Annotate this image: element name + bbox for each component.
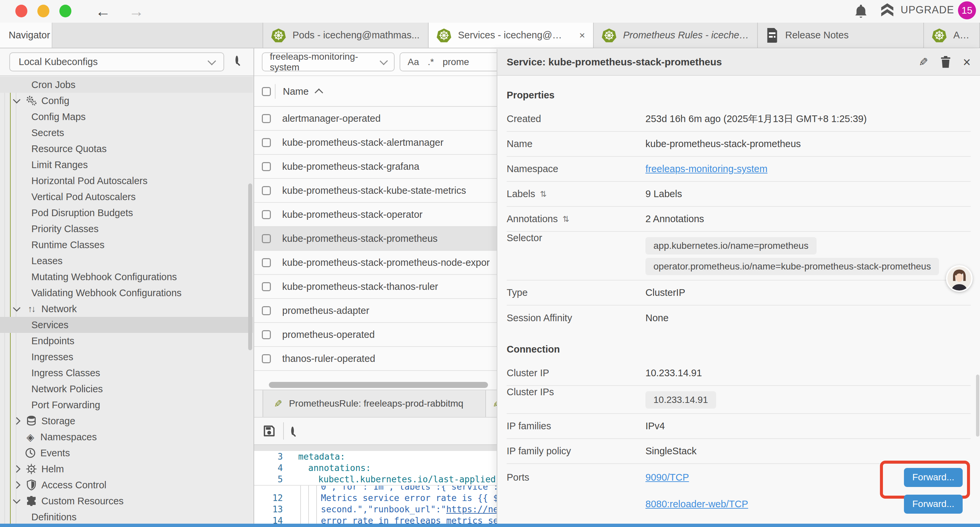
sidebar-item-network-policies[interactable]: Network Policies (0, 381, 253, 397)
sidebar-item-ingresses[interactable]: Ingresses (0, 349, 253, 365)
forward-button[interactable]: Forward... (904, 495, 963, 514)
row-checkbox[interactable] (262, 186, 271, 195)
table-row[interactable]: kube-prometheus-stack-alertmanager (254, 131, 497, 155)
editor-search-button[interactable] (291, 428, 294, 434)
horizontal-scrollbar[interactable] (269, 382, 488, 388)
delete-resource-icon[interactable] (940, 56, 951, 68)
table-row[interactable]: kube-prometheus-stack-prometheus-node-ex… (254, 251, 497, 275)
detail-scrollbar[interactable] (976, 374, 979, 436)
sidebar-item-namespaces[interactable]: ◈Namespaces (0, 429, 253, 445)
sidebar-search-icon[interactable] (235, 57, 238, 63)
table-row[interactable]: prometheus-adapter (254, 299, 497, 323)
table-row[interactable]: kube-prometheus-stack-prometheus (254, 227, 497, 251)
close-panel-icon[interactable]: × (963, 56, 970, 69)
chevron-right-icon[interactable] (13, 481, 21, 489)
sidebar-item-services[interactable]: Services (0, 317, 253, 333)
chevron-down-icon[interactable] (13, 96, 21, 104)
row-checkbox[interactable] (262, 234, 271, 243)
upgrade-button[interactable]: UPGRADE (880, 3, 954, 17)
namespace-select[interactable]: freeleaps-monitoring-system (262, 53, 395, 72)
table-row[interactable]: thanos-ruler-operated (254, 347, 497, 371)
maximize-window-button[interactable] (59, 5, 72, 18)
chevron-down-icon[interactable] (13, 304, 21, 312)
sidebar-item-network[interactable]: ↑↓Network (0, 301, 253, 317)
sidebar-item-secrets[interactable]: Secrets (0, 125, 253, 141)
user-avatar[interactable] (946, 265, 973, 292)
sidebar-item-limit-ranges[interactable]: Limit Ranges (0, 157, 253, 173)
sidebar-item-config[interactable]: Config (0, 93, 253, 109)
kubeconfig-select[interactable]: Local Kubeconfigs (10, 53, 224, 72)
namespace-link[interactable]: freeleaps-monitoring-system (646, 164, 767, 174)
yaml-editor[interactable]: 3metadata:4annotations:5kubectl.kubernet… (254, 451, 497, 527)
sidebar-item-ingress-classes[interactable]: Ingress Classes (0, 365, 253, 381)
sidebar-item-priority-classes[interactable]: Priority Classes (0, 221, 253, 237)
match-case-toggle[interactable]: Aa (407, 57, 419, 67)
chevron-down-icon[interactable] (13, 496, 21, 504)
sidebar-item-definitions[interactable]: Definitions (0, 509, 253, 525)
edit-resource-icon[interactable]: ✎ (919, 56, 928, 69)
sidebar-item-config-maps[interactable]: Config Maps (0, 109, 253, 125)
table-row[interactable]: kube-prometheus-stack-kube-state-metrics (254, 179, 497, 203)
detail-label: Type (507, 287, 646, 298)
code-url-link[interactable]: https://net (446, 504, 497, 514)
row-checkbox[interactable] (262, 330, 271, 339)
notification-count-badge[interactable]: 15 (958, 2, 976, 19)
row-checkbox[interactable] (262, 138, 271, 147)
minimize-window-button[interactable] (37, 5, 49, 18)
sidebar-item-events[interactable]: Events (0, 445, 253, 461)
search-input[interactable]: Aa .* prome (399, 53, 497, 72)
row-checkbox[interactable] (262, 210, 271, 219)
sidebar-item-helm[interactable]: Helm (0, 461, 253, 477)
row-checkbox[interactable] (262, 114, 271, 123)
select-all-checkbox[interactable] (262, 87, 271, 96)
row-checkbox[interactable] (262, 354, 271, 363)
sidebar-item-mutating-webhook-configurations[interactable]: Mutating Webhook Configurations (0, 269, 253, 285)
sidebar-item-validating-webhook-configurations[interactable]: Validating Webhook Configurations (0, 285, 253, 301)
navigator-panel-tab[interactable]: Navigator (0, 23, 52, 48)
sidebar-item-horizontal-pod-autoscalers[interactable]: Horizontal Pod Autoscalers (0, 173, 253, 189)
sidebar-item-storage[interactable]: Storage (0, 413, 253, 429)
tab-services-icecheng-math[interactable]: Services - icecheng@math...× (429, 23, 594, 48)
table-row[interactable]: kube-prometheus-stack-thanos-ruler (254, 275, 497, 299)
sidebar-item-leases[interactable]: Leases (0, 253, 253, 269)
tab-release-notes[interactable]: Release Notes (758, 23, 924, 48)
sidebar-item-port-forwarding[interactable]: Port Forwarding (0, 397, 253, 413)
table-row[interactable]: kube-prometheus-stack-operator (254, 203, 497, 227)
sort-toggle-icon[interactable]: ⇅ (562, 215, 569, 224)
port-link[interactable]: 9090/TCP (646, 472, 689, 483)
name-column-header[interactable]: Name (283, 86, 309, 97)
row-checkbox[interactable] (262, 282, 271, 291)
sort-toggle-icon[interactable]: ⇅ (540, 189, 546, 199)
close-tab-icon[interactable]: × (579, 30, 585, 41)
save-button[interactable] (263, 425, 275, 437)
forward-button[interactable]: → (129, 2, 144, 21)
table-row[interactable]: prometheus-operated (254, 323, 497, 347)
row-checkbox[interactable] (262, 258, 271, 267)
sidebar-item-pod-disruption-budgets[interactable]: Pod Disruption Budgets (0, 205, 253, 221)
tab-prometheus-rules-icecheng[interactable]: Prometheus Rules - icecheng... (594, 23, 758, 48)
sidebar-item-access-control[interactable]: Access Control (0, 477, 253, 493)
close-window-button[interactable] (15, 5, 27, 18)
chevron-right-icon[interactable] (13, 417, 21, 425)
sidebar-item-endpoints[interactable]: Endpoints (0, 333, 253, 349)
editor-tab-next[interactable]: ✎ (487, 390, 497, 417)
back-button[interactable]: ← (95, 2, 111, 21)
table-row[interactable]: kube-prometheus-stack-grafana (254, 155, 497, 179)
sidebar-item-vertical-pod-autoscalers[interactable]: Vertical Pod Autoscalers (0, 189, 253, 205)
row-checkbox[interactable] (262, 162, 271, 171)
editor-tab-prometheusrule[interactable]: ✎ PrometheusRule: freeleaps-prod-rabbitm… (262, 390, 486, 417)
forward-button[interactable]: Forward... (904, 468, 963, 487)
regex-toggle[interactable]: .* (428, 57, 434, 67)
sidebar-item-runtime-classes[interactable]: Runtime Classes (0, 237, 253, 253)
sidebar-item-resource-quotas[interactable]: Resource Quotas (0, 141, 253, 157)
chevron-right-icon[interactable] (13, 465, 21, 473)
notifications-bell-icon[interactable] (854, 5, 867, 19)
tab-pods-icecheng-mathmas[interactable]: Pods - icecheng@mathmas... (262, 23, 429, 48)
table-row[interactable]: alertmanager-operated (254, 107, 497, 131)
sidebar-scrollbar[interactable] (248, 183, 252, 350)
port-link[interactable]: 8080:reloader-web/TCP (646, 498, 748, 509)
row-checkbox[interactable] (262, 306, 271, 315)
tab-argo-se[interactable]: Argo Se (924, 23, 980, 48)
sidebar-item-custom-resources[interactable]: Custom Resources (0, 493, 253, 509)
sidebar-item-cron-jobs[interactable]: Cron Jobs (0, 77, 253, 93)
